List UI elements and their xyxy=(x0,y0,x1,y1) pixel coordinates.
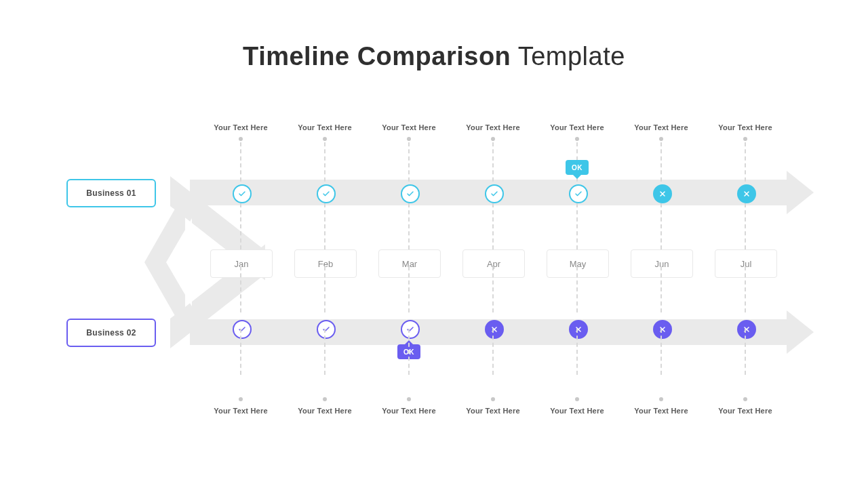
month-label: Jul xyxy=(715,249,777,278)
dash-line xyxy=(408,142,410,188)
dash-line xyxy=(408,203,410,249)
month-label: May xyxy=(547,249,609,278)
bottom-label: Your Text Here xyxy=(684,407,806,415)
dot-icon xyxy=(407,397,411,401)
timeline-column-6: Your Text HereJulYour Text Here xyxy=(715,123,776,415)
dash-line xyxy=(408,266,410,312)
dash-line xyxy=(660,142,662,188)
dash-line xyxy=(660,203,662,249)
dash-line xyxy=(492,266,494,312)
title-light: Template xyxy=(511,42,625,70)
ok-bubble-row1: OK xyxy=(566,160,589,175)
business-1-label: Business 01 xyxy=(66,179,156,207)
dot-icon xyxy=(239,397,243,401)
dash-line xyxy=(492,329,494,375)
dash-line xyxy=(324,329,326,375)
dot-icon xyxy=(239,137,243,141)
dot-icon xyxy=(407,137,411,141)
dot-icon xyxy=(575,137,579,141)
check-icon xyxy=(233,320,252,339)
x-icon xyxy=(737,184,756,203)
check-icon xyxy=(569,184,588,203)
timeline-column-0: Your Text HereJanYour Text Here xyxy=(210,123,271,415)
dot-icon xyxy=(743,137,747,141)
dash-line xyxy=(745,329,746,375)
timeline-arrowhead-1 xyxy=(787,171,814,214)
month-label: Feb xyxy=(294,249,357,278)
dash-line xyxy=(240,266,241,312)
timeline-column-4: Your Text HereOKMayYour Text Here xyxy=(547,123,608,415)
dash-line xyxy=(240,329,241,375)
dash-line xyxy=(324,142,326,188)
month-label: Jun xyxy=(631,249,693,278)
x-icon xyxy=(485,320,504,339)
dash-line xyxy=(660,329,662,375)
slide-title: Timeline Comparison Template xyxy=(0,42,868,71)
dot-icon xyxy=(491,137,495,141)
dot-icon xyxy=(323,137,327,141)
check-icon xyxy=(317,184,336,203)
x-icon xyxy=(653,320,672,339)
title-bold: Timeline Comparison xyxy=(243,42,511,70)
dot-icon xyxy=(659,137,663,141)
check-icon xyxy=(233,184,252,203)
timeline-column-3: Your Text HereAprYour Text Here xyxy=(462,123,524,415)
dash-line xyxy=(745,203,746,249)
month-label: Mar xyxy=(378,249,441,278)
slide: Timeline Comparison Template Business 01… xyxy=(0,0,868,488)
dash-line xyxy=(324,266,326,312)
dash-line xyxy=(576,203,578,249)
dash-line xyxy=(240,203,241,249)
dash-line xyxy=(492,142,494,188)
check-icon xyxy=(401,184,420,203)
dot-icon xyxy=(659,397,663,401)
dash-line xyxy=(576,266,578,312)
x-icon xyxy=(737,320,756,339)
dash-line xyxy=(492,203,494,249)
arrow-tail-cut xyxy=(166,218,192,306)
dash-line xyxy=(576,329,578,375)
timeline-column-2: Your Text HereMarOKYour Text Here xyxy=(378,123,439,415)
x-icon xyxy=(569,320,588,339)
top-label: Your Text Here xyxy=(684,123,806,131)
dash-line xyxy=(408,329,410,375)
x-icon xyxy=(653,184,672,203)
timeline-column-1: Your Text HereFebYour Text Here xyxy=(294,123,355,415)
dash-line xyxy=(660,266,662,312)
dot-icon xyxy=(743,397,747,401)
check-icon xyxy=(401,320,420,339)
check-icon xyxy=(317,320,336,339)
dash-line xyxy=(745,142,746,188)
dash-line xyxy=(745,266,746,312)
business-2-label: Business 02 xyxy=(66,319,156,347)
dot-icon xyxy=(491,397,495,401)
month-label: Jan xyxy=(210,249,273,278)
timeline-column-5: Your Text HereJunYour Text Here xyxy=(631,123,692,415)
dash-line xyxy=(324,203,326,249)
dash-line xyxy=(240,142,241,188)
dot-icon xyxy=(323,397,327,401)
timeline-arrowhead-2 xyxy=(787,310,814,354)
check-icon xyxy=(485,184,504,203)
dot-icon xyxy=(575,397,579,401)
month-label: Apr xyxy=(462,249,525,278)
